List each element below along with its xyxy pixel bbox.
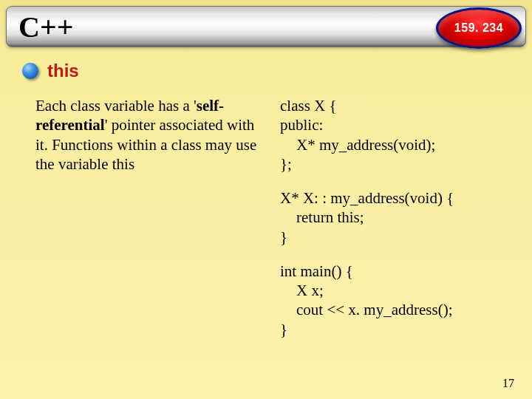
course-code: 159. 234 (454, 21, 503, 35)
code-line: cout << x. my_address(); (280, 300, 510, 319)
code-line: class X { (280, 96, 510, 115)
code-line: X x; (280, 281, 510, 300)
para-text-a: Each class variable has a ' (35, 97, 197, 115)
code-line: int main() { (280, 262, 510, 281)
course-badge: 159. 234 (436, 7, 522, 49)
code-line: } (280, 228, 510, 247)
slide: C++ 159. 234 this Each class variable ha… (0, 0, 532, 399)
code-method-def: X* X: : my_address(void) { return this; … (280, 188, 510, 247)
right-column: class X { public: X* my_address(void); }… (273, 96, 510, 377)
code-class-decl: class X { public: X* my_address(void); }… (280, 96, 510, 174)
left-column: Each class variable has a 'self-referent… (35, 96, 273, 377)
bullet-icon (22, 63, 38, 79)
code-line: X* my_address(void); (280, 135, 510, 154)
code-line: }; (280, 154, 510, 174)
code-line: return this; (280, 208, 510, 227)
code-line: } (280, 320, 510, 339)
page-number: 17 (502, 377, 514, 390)
code-line: public: (280, 115, 510, 134)
section-row: this (22, 61, 79, 81)
body: Each class variable has a 'self-referent… (35, 96, 510, 377)
code-line: X* X: : my_address(void) { (280, 188, 510, 208)
code-main: int main() { X x; cout << x. my_address(… (280, 262, 510, 339)
section-heading: this (47, 61, 79, 81)
